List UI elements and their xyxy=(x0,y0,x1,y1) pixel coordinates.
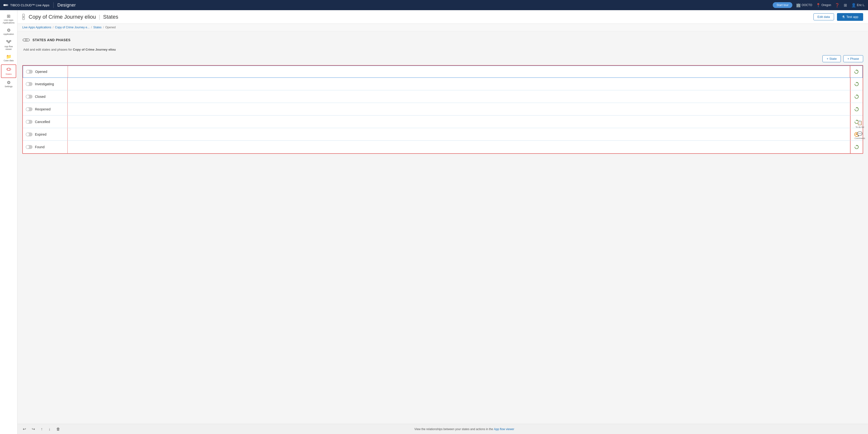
svg-point-8 xyxy=(6,68,11,70)
state-left-col: Cancelled xyxy=(23,115,68,128)
org-selector[interactable]: 🏢 OOCTO xyxy=(796,3,812,7)
state-row[interactable]: Reopened xyxy=(23,103,863,115)
breadcrumb-live-apps[interactable]: Live Apps Applications xyxy=(22,26,51,29)
state-toggle[interactable] xyxy=(26,145,32,149)
state-toggle[interactable] xyxy=(26,70,33,74)
start-tour-button[interactable]: Start tour xyxy=(773,2,792,8)
state-row[interactable]: Found xyxy=(23,141,863,153)
section-title: STATES AND PHASES xyxy=(32,38,70,42)
breadcrumb-states[interactable]: States xyxy=(93,26,101,29)
region-name: Oregon xyxy=(822,3,831,7)
region-selector[interactable]: 📍 Oregon xyxy=(816,3,831,7)
test-app-label: Test app xyxy=(846,15,858,19)
state-row[interactable]: Opened xyxy=(23,65,863,78)
app-flow-viewer-link[interactable]: App flow viewer xyxy=(494,428,514,431)
help-icon: ❓ xyxy=(835,3,839,7)
nav-divider xyxy=(53,2,54,8)
back-button[interactable]: ‹ xyxy=(22,14,25,20)
sidebar-item-app-flow[interactable]: App flowviewer xyxy=(0,37,17,53)
section-header: STATES AND PHASES xyxy=(22,36,863,44)
state-name: Closed xyxy=(35,95,45,99)
move-down-button[interactable]: ↓ xyxy=(47,426,52,432)
sidebar-case-data-label: Case data xyxy=(4,59,13,62)
edit-data-button[interactable]: Edit data xyxy=(813,13,834,20)
app-name-bold: Copy of Crime Journey eliou xyxy=(73,48,116,51)
sidebar-item-application[interactable]: ⚙ Application xyxy=(0,26,17,37)
user-icon: 👤 xyxy=(851,3,856,7)
location-icon: 📍 xyxy=(816,3,820,7)
breadcrumb-sep-3: / xyxy=(103,26,104,29)
state-name: Cancelled xyxy=(35,120,50,124)
todo-list-button[interactable]: 📋 To do list xyxy=(855,120,865,128)
state-toggle[interactable] xyxy=(26,82,32,86)
org-name: OOCTO xyxy=(802,3,812,7)
breadcrumb-current: Opened xyxy=(105,26,116,29)
state-left-col: Expired xyxy=(23,128,68,140)
state-left-col: Reopened xyxy=(23,103,68,115)
state-phases-col xyxy=(68,141,850,153)
grid-icon: ⊞ xyxy=(843,3,848,7)
state-toggle[interactable] xyxy=(26,132,32,136)
page-subtitle: States xyxy=(103,14,118,20)
header-bar: ‹ Copy of Crime Journey eliou | States E… xyxy=(18,10,868,24)
comments-button[interactable]: 💬 Comments xyxy=(855,131,865,139)
apps-grid-button[interactable]: ⊞ xyxy=(843,3,848,7)
states-table: Opened Investigating Closed Reopened xyxy=(22,65,863,154)
sidebar: ⊞ Live AppsApplications ⚙ Application Ap… xyxy=(0,10,18,434)
redo-button[interactable]: ↪ xyxy=(30,426,36,432)
cycle-icon[interactable] xyxy=(854,81,860,87)
actions-row: + State + Phase xyxy=(22,55,863,62)
state-action-col[interactable] xyxy=(850,103,863,115)
state-row[interactable]: Cancelled xyxy=(23,115,863,128)
brand-text: TIBCO CLOUD™ Live Apps xyxy=(10,3,50,7)
cycle-icon[interactable] xyxy=(854,106,860,112)
state-phases-col xyxy=(68,90,850,103)
top-nav-right: Start tour 🏢 OOCTO 📍 Oregon ❓ ⊞ 👤 Eric L… xyxy=(773,2,865,8)
svg-rect-5 xyxy=(9,40,11,41)
sidebar-item-live-apps[interactable]: ⊞ Live AppsApplications xyxy=(0,12,17,26)
sidebar-states-label: States xyxy=(6,73,12,75)
undo-button[interactable]: ↩ xyxy=(21,426,27,432)
state-action-col[interactable] xyxy=(850,66,862,77)
state-name: Opened xyxy=(35,70,47,74)
sidebar-live-apps-label: Live AppsApplications xyxy=(3,19,14,24)
test-app-button[interactable]: ⚗ Test app xyxy=(837,13,863,21)
add-state-button[interactable]: + State xyxy=(823,55,841,62)
help-button[interactable]: ❓ xyxy=(835,3,839,7)
main-content: STATES AND PHASES Add and edit states an… xyxy=(18,31,868,424)
add-phase-button[interactable]: + Phase xyxy=(843,55,863,62)
state-toggle[interactable] xyxy=(26,95,32,99)
content-area: ‹ Copy of Crime Journey eliou | States E… xyxy=(18,10,868,434)
state-left-col: Found xyxy=(23,141,68,153)
breadcrumb-app[interactable]: Copy of Crime Journey e... xyxy=(55,26,90,29)
user-menu[interactable]: 👤 Eric L. xyxy=(851,3,865,7)
right-tools: 📋 To do list 💬 Comments xyxy=(852,118,867,316)
sidebar-item-states[interactable]: States xyxy=(1,64,16,78)
sidebar-settings-label: Settings xyxy=(5,85,12,88)
delete-button[interactable]: 🗑 xyxy=(55,426,62,432)
move-up-button[interactable]: ↑ xyxy=(39,426,44,432)
state-phases-col xyxy=(68,66,850,77)
svg-point-2 xyxy=(5,4,7,6)
section-description: Add and edit states and phases for Copy … xyxy=(22,48,863,51)
svg-point-9 xyxy=(7,68,10,70)
state-row[interactable]: Closed xyxy=(23,90,863,103)
cycle-icon[interactable] xyxy=(854,94,860,100)
state-name: Reopened xyxy=(35,107,51,111)
sidebar-item-case-data[interactable]: 📁 Case data xyxy=(0,53,17,64)
todo-label: To do list xyxy=(856,126,864,128)
comments-label: Comments xyxy=(855,137,865,139)
state-toggle[interactable] xyxy=(26,107,32,111)
breadcrumb-sep-2: / xyxy=(91,26,92,29)
cycle-icon[interactable] xyxy=(854,69,859,75)
state-toggle[interactable] xyxy=(26,120,32,124)
state-row[interactable]: Expired xyxy=(23,128,863,141)
state-action-col[interactable] xyxy=(850,78,863,90)
sidebar-app-flow-label: App flowviewer xyxy=(4,45,13,51)
tibco-logo-icon xyxy=(3,2,9,8)
brand-logo: TIBCO CLOUD™ Live Apps xyxy=(3,2,50,8)
state-action-col[interactable] xyxy=(850,90,863,103)
state-row[interactable]: Investigating xyxy=(23,78,863,90)
sidebar-item-settings[interactable]: ⚙ Settings xyxy=(0,78,17,90)
states-phases-icon xyxy=(22,36,30,44)
